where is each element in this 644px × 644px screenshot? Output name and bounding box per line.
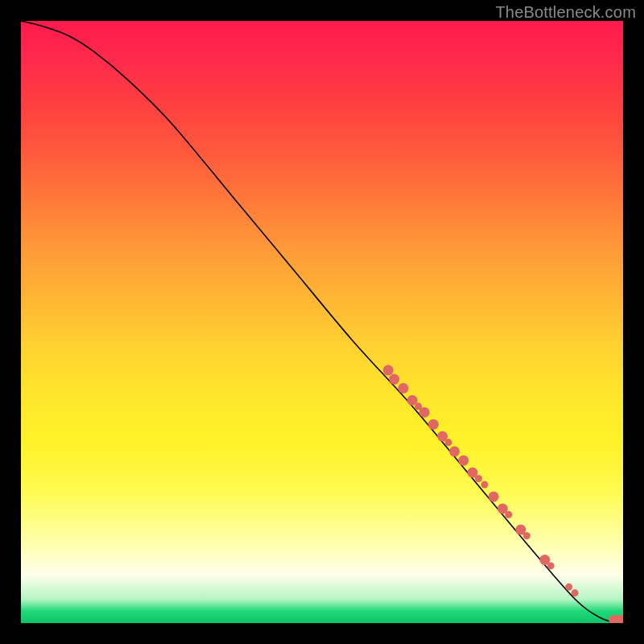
data-point (389, 374, 399, 385)
chart-stage: TheBottleneck.com (0, 0, 644, 644)
data-point (489, 491, 499, 502)
chart-overlay (21, 21, 623, 623)
data-point (572, 589, 579, 597)
bottleneck-curve (21, 21, 623, 623)
data-point (428, 419, 439, 430)
data-point (481, 481, 488, 488)
data-point (445, 439, 452, 446)
data-point (398, 383, 408, 394)
watermark-text: TheBottleneck.com (495, 3, 636, 22)
data-point (475, 475, 482, 482)
plot-area (21, 21, 623, 623)
data-point (505, 511, 512, 518)
data-point (565, 584, 572, 591)
data-point (449, 446, 460, 456)
data-point (419, 407, 430, 418)
data-point (547, 562, 555, 569)
data-point (458, 456, 469, 466)
data-point (383, 365, 394, 375)
data-points (383, 365, 623, 623)
data-point (523, 532, 530, 539)
